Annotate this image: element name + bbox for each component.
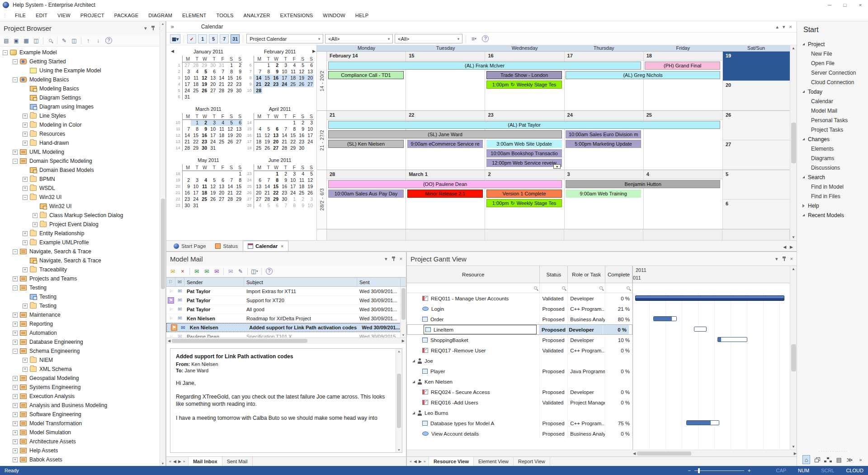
message-scrollbar[interactable]: ▲ ▼	[396, 349, 402, 452]
expand-icon[interactable]: +	[33, 213, 38, 218]
mini-day[interactable]	[254, 171, 262, 177]
mini-day[interactable]: 3	[182, 68, 191, 75]
mini-day[interactable]: 15	[271, 183, 279, 190]
mini-day[interactable]: 3	[208, 119, 217, 126]
expand-icon[interactable]: +	[13, 150, 18, 155]
gantt-hscrollbar[interactable]: ◀ ▶	[407, 450, 797, 456]
tree-item[interactable]: +Systems Engineering	[0, 383, 165, 392]
collapse-icon[interactable]: ▴	[776, 24, 779, 30]
mini-day[interactable]: 8	[191, 126, 199, 132]
mini-day[interactable]: 10	[279, 68, 288, 75]
expand-icon[interactable]: +	[13, 331, 18, 336]
mini-day[interactable]: 13	[208, 75, 217, 81]
move-up-icon[interactable]: ↑	[84, 36, 93, 45]
mini-day[interactable]: 2	[234, 62, 242, 68]
edit-draft-icon[interactable]: ✎	[236, 267, 245, 276]
mini-day[interactable]: 9	[279, 177, 288, 183]
calendar-event[interactable]: 10:00am Sales Aus Pay Day	[328, 190, 404, 198]
scrollbar-thumb[interactable]	[791, 123, 796, 163]
mini-day[interactable]: 23	[234, 81, 242, 87]
tab-mail-inbox[interactable]: Mail Inbox	[189, 457, 222, 466]
mini-day[interactable]: 6	[208, 68, 217, 75]
mini-day[interactable]: 7	[279, 126, 288, 132]
nav-last-icon[interactable]: »	[183, 459, 185, 464]
mini-day[interactable]: 20	[254, 190, 262, 196]
calendar-event[interactable]: 3:00am Web Site Update	[486, 140, 562, 148]
scroll-right-icon[interactable]: ▶	[402, 339, 405, 343]
gantt-row[interactable]: PlayerProposedJava Programmer0 %	[407, 366, 632, 376]
filter-cell[interactable]	[407, 283, 540, 293]
reply-icon[interactable]: ✉	[192, 267, 201, 276]
view-button-7[interactable]: 7	[220, 34, 229, 43]
mini-day[interactable]	[305, 145, 314, 151]
sidebar-item-diagrams[interactable]: Diagrams	[802, 153, 868, 163]
mini-day[interactable]: 6	[305, 62, 314, 68]
mini-day[interactable]: 11	[288, 68, 297, 75]
mini-day[interactable]: 28	[254, 87, 262, 94]
windows-icon[interactable]	[813, 455, 821, 464]
tree-item[interactable]: Diagram Settings	[0, 93, 165, 102]
panel-dropdown-icon[interactable]: ▾	[144, 25, 147, 31]
nav-first-icon[interactable]: «	[410, 459, 412, 464]
mini-day[interactable]	[208, 202, 217, 209]
calendar-event[interactable]: (SL) Ken Nielsen	[328, 140, 404, 148]
hierarchy-icon[interactable]	[824, 455, 832, 464]
mini-day[interactable]: 23	[271, 81, 279, 87]
mini-day[interactable]: 15	[288, 132, 297, 138]
mini-day[interactable]	[199, 202, 208, 209]
tree-item[interactable]: +Automation	[0, 328, 165, 337]
mini-day[interactable]: 18	[254, 138, 262, 145]
gantt-row[interactable]: REQ017 -Remove UserValidatedC++ Program.…	[407, 345, 632, 356]
mini-day[interactable]: 30	[208, 62, 217, 68]
gantt-group-row[interactable]: Leo Burns	[407, 408, 632, 418]
tree-item[interactable]: Diagram using Images	[0, 102, 165, 111]
mini-day[interactable]: 29	[199, 62, 208, 68]
gantt-group-row[interactable]: Ken Nielsen	[407, 376, 632, 387]
expand-icon[interactable]: +	[23, 231, 28, 236]
tree-item[interactable]: +Software Engineering	[0, 410, 165, 419]
expand-icon[interactable]: +	[13, 457, 18, 462]
tree-item[interactable]: −Navigate, Search & Trace	[0, 247, 165, 256]
tree-item[interactable]: Navigate, Search & Trace	[0, 256, 165, 265]
sidebar-item-server-connection[interactable]: Server Connection	[802, 68, 868, 77]
mini-day[interactable]: 29	[225, 87, 234, 94]
calendar-mode-icon[interactable]: ▦▾	[170, 34, 180, 43]
mini-day[interactable]: 21	[217, 81, 225, 87]
mini-day[interactable]: 5	[305, 171, 314, 177]
tree-item[interactable]: +Line Styles	[0, 111, 165, 120]
collapse-triangle-icon[interactable]	[412, 412, 415, 414]
mini-day[interactable]: 1	[225, 62, 234, 68]
mini-day[interactable]: 28	[262, 196, 271, 202]
move-down-icon[interactable]: ↓	[94, 36, 103, 45]
mini-day[interactable]: 11	[191, 75, 199, 81]
mini-day[interactable]: 2	[199, 119, 208, 126]
menu-project[interactable]: PROJECT	[75, 13, 109, 18]
mini-day[interactable]: 28	[217, 87, 225, 94]
tree-item[interactable]: Modeling Basics	[0, 84, 165, 93]
mini-day[interactable]: 18	[297, 183, 305, 190]
mini-day[interactable]: 3	[305, 119, 314, 126]
mini-day[interactable]: 14	[262, 183, 271, 190]
calendar-event[interactable]: 10:00am Bookshop Transactio	[486, 149, 562, 157]
mini-day[interactable]: 20	[234, 132, 242, 138]
pin-icon[interactable]	[151, 25, 155, 31]
expand-icon[interactable]: +	[13, 322, 18, 327]
expand-icon[interactable]: +	[23, 114, 28, 119]
tree-item[interactable]: −Example Model	[0, 48, 165, 57]
mini-day[interactable]: 18	[199, 190, 208, 196]
tree-item[interactable]: +Resources	[0, 129, 165, 138]
mail-row[interactable]: ⚐✉Pat TaylorImport Extras for XT11Wed 30…	[166, 287, 406, 296]
tree-item[interactable]: +BPMN	[0, 175, 165, 184]
mini-day[interactable]: 17	[305, 132, 314, 138]
nav-last-icon[interactable]: »	[424, 459, 426, 464]
mini-day[interactable]: 3	[288, 171, 297, 177]
tab-resource-view[interactable]: Resource View	[429, 457, 474, 466]
flag-icon[interactable]: ⚑	[168, 297, 174, 304]
prev-month-icon[interactable]: ◀	[171, 49, 174, 53]
mini-day[interactable]: 17	[208, 132, 217, 138]
tree-item[interactable]: −Schema Engineering	[0, 347, 165, 356]
delete-icon[interactable]: ×	[178, 267, 187, 276]
collapse-icon[interactable]: −	[13, 249, 18, 254]
collapse-icon[interactable]: −	[3, 50, 8, 55]
mini-day[interactable]: 5	[225, 119, 234, 126]
